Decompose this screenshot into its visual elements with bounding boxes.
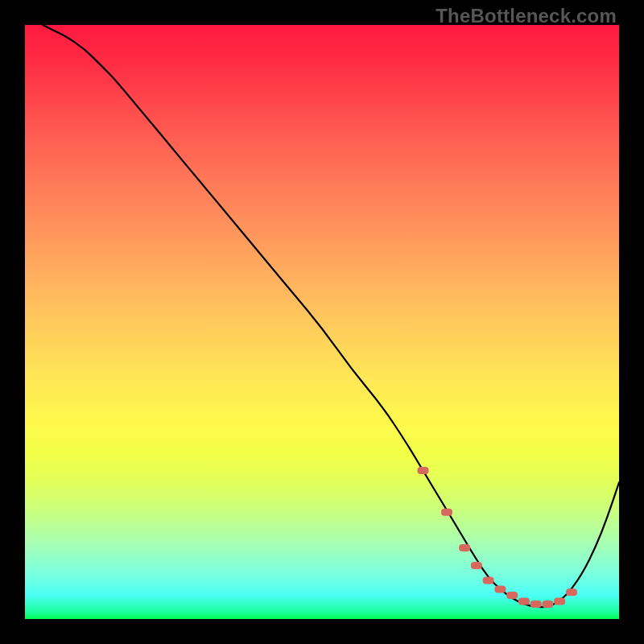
optimum-marker [506,592,518,599]
optimum-marker [471,562,482,569]
optimum-marker [530,601,542,608]
optimum-marker [554,597,565,605]
chart-plot-area [25,25,619,619]
optimum-marker [459,544,470,551]
chart-svg-layer [25,25,619,619]
chart-frame: TheBottleneck.com [0,0,644,644]
optimum-marker [494,586,506,593]
optimum-marker [566,588,577,596]
bottleneck-curve-line [43,25,619,607]
optimum-marker [441,509,452,516]
optimum-marker [418,467,429,474]
watermark-text: TheBottleneck.com [436,5,617,27]
optimum-marker [518,597,530,605]
optimum-marker [483,577,494,584]
optimum-region-markers [418,467,578,608]
optimum-marker [542,601,553,608]
